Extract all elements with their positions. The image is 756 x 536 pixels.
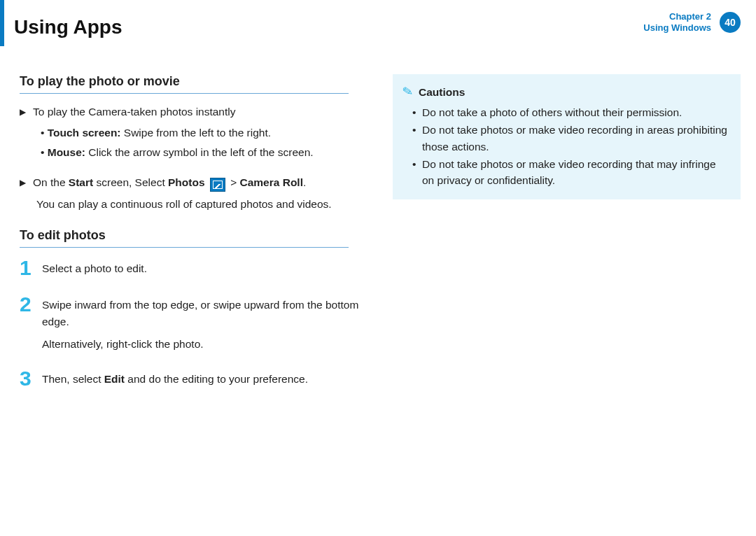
step-number: 3 (20, 368, 32, 389)
step-1: 1 Select a photo to edit. (20, 258, 368, 278)
play-block-1: ▶ To play the Camera-taken photos instan… (20, 104, 368, 162)
caution-item: Do not take photos or make video recordi… (422, 156, 729, 189)
mouse-label: Mouse: (48, 146, 85, 158)
step3-suffix: and do the editing to your preference. (125, 373, 308, 385)
chapter-line-2: Using Windows (643, 22, 711, 34)
start-prefix: On the (33, 176, 69, 188)
play-block-2: ▶ On the Start screen, Select Photos > C… (20, 174, 368, 213)
start-line: On the Start screen, Select Photos > Cam… (33, 174, 306, 192)
triangle-icon: ▶ (20, 176, 26, 190)
start-bold1: Start (69, 176, 93, 188)
step-text: Swipe inward from the top edge, or swipe… (42, 297, 368, 330)
note-icon: ✎ (401, 82, 414, 102)
right-column: ✎ Cautions Do not take a photo of others… (393, 74, 741, 404)
triangle-icon: ▶ (20, 106, 26, 119)
photos-app-icon (210, 178, 225, 192)
start-bold2: Photos (168, 176, 205, 188)
pointer-row: ▶ On the Start screen, Select Photos > C… (20, 174, 368, 192)
step-3: 3 Then, select Edit and do the editing t… (20, 368, 368, 389)
start-mid: screen, Select (93, 176, 168, 188)
page-title: Using Apps (14, 16, 122, 38)
step-text: Alternatively, right-click the photo. (42, 336, 368, 353)
page-number-badge: 40 (720, 12, 741, 33)
cautions-head: ✎ Cautions (402, 83, 729, 101)
start-period: . (303, 176, 306, 188)
step-number: 1 (20, 258, 32, 278)
mouse-text: Click the arrow symbol in the left of th… (85, 146, 314, 158)
start-bold3: Camera Roll (240, 176, 303, 188)
step3-bold: Edit (104, 373, 125, 385)
play-intro-text: To play the Camera-taken photos instantl… (33, 104, 236, 120)
step-body: Then, select Edit and do the editing to … (42, 368, 308, 388)
chapter-line-1: Chapter 2 (643, 11, 711, 22)
cautions-list: Do not take a photo of others without th… (402, 104, 729, 188)
touch-label: Touch screen: (48, 127, 121, 139)
left-column: To play the photo or movie ▶ To play the… (20, 74, 368, 404)
step3-prefix: Then, select (42, 373, 104, 385)
chapter-block: Chapter 2 Using Windows 40 (643, 11, 741, 34)
step-body: Swipe inward from the top edge, or swipe… (42, 294, 368, 353)
step-text: Select a photo to edit. (42, 260, 147, 277)
pointer-row: ▶ To play the Camera-taken photos instan… (20, 104, 368, 120)
section-edit-title: To edit photos (20, 228, 349, 248)
section-play-title: To play the photo or movie (20, 74, 349, 94)
start-gt: > (227, 176, 240, 188)
step-2: 2 Swipe inward from the top edge, or swi… (20, 294, 368, 353)
content-columns: To play the photo or movie ▶ To play the… (0, 53, 756, 404)
chapter-text: Chapter 2 Using Windows (643, 11, 711, 34)
caution-item: Do not take a photo of others without th… (422, 104, 729, 120)
step-text: Then, select Edit and do the editing to … (42, 371, 308, 388)
cautions-box: ✎ Cautions Do not take a photo of others… (393, 74, 741, 199)
start-desc: You can play a continuous roll of captur… (20, 196, 368, 213)
caution-item: Do not take photos or make video recordi… (422, 122, 729, 155)
step-body: Select a photo to edit. (42, 258, 147, 277)
title-wrap: Using Apps (0, 13, 122, 46)
accent-bar (0, 0, 4, 46)
page-header: Using Apps Chapter 2 Using Windows 40 (0, 0, 756, 53)
touch-text: Swipe from the left to the right. (121, 127, 272, 139)
step-number: 2 (20, 294, 32, 315)
touch-bullet: Touch screen: Swipe from the left to the… (20, 125, 368, 142)
mouse-bullet: Mouse: Click the arrow symbol in the lef… (20, 144, 368, 162)
cautions-title: Cautions (419, 84, 465, 100)
